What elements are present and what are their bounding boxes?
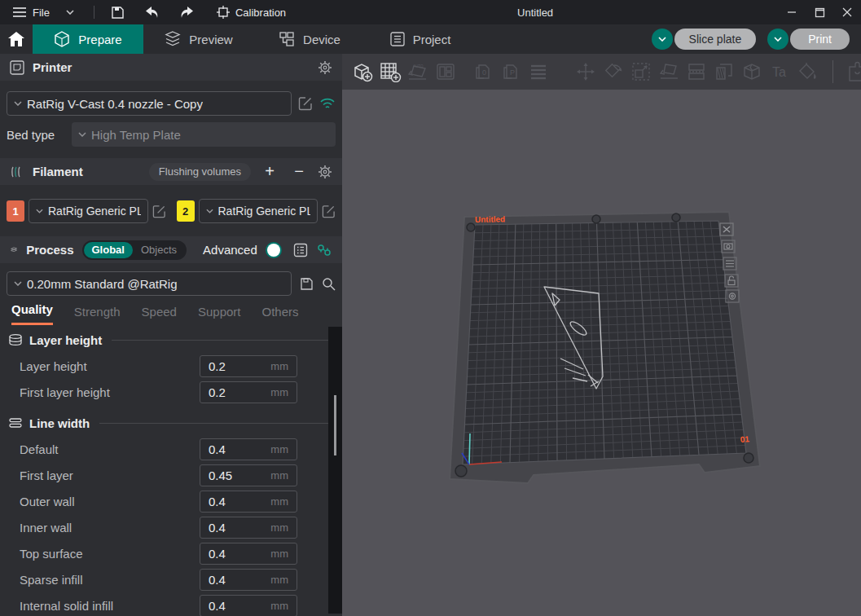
- printer-preset-select[interactable]: RatRig V-Cast 0.4 nozzle - Copy: [7, 91, 292, 116]
- svg-text:0: 0: [482, 68, 486, 77]
- first-layer-height-input[interactable]: 0.2 mm: [200, 381, 297, 403]
- variable-layer-height-button[interactable]: [525, 58, 552, 86]
- line-width-top-surface-input[interactable]: 0.4 mm: [200, 543, 297, 565]
- line-width-first-layer-input[interactable]: 0.45 mm: [200, 464, 297, 486]
- tab-preview[interactable]: Preview: [143, 24, 254, 54]
- tab-prepare[interactable]: Prepare: [33, 24, 143, 54]
- save-icon: [300, 277, 314, 291]
- param-label: Outer wall: [20, 495, 200, 508]
- flushing-volumes-button[interactable]: Flushing volumes: [149, 163, 251, 181]
- param-value: 0.4: [209, 599, 270, 613]
- move-tool-button[interactable]: [572, 58, 600, 86]
- process-preset-select[interactable]: 0.20mm Standard @RatRig: [7, 271, 292, 296]
- process-section-title: Process: [26, 243, 73, 257]
- tab-quality[interactable]: Quality: [11, 302, 53, 325]
- remove-filament-button[interactable]: −: [288, 162, 310, 181]
- maximize-button[interactable]: [806, 0, 833, 24]
- process-scope-toggle[interactable]: Global Objects: [82, 240, 187, 260]
- split-object-button[interactable]: [738, 58, 766, 86]
- home-button[interactable]: [0, 24, 33, 54]
- edit-filament-1-button[interactable]: [152, 205, 166, 218]
- chevron-down-icon: [14, 281, 22, 286]
- param-unit: mm: [270, 469, 288, 482]
- filament-2-select[interactable]: RatRig Generic PLA: [199, 199, 318, 223]
- close-button[interactable]: [833, 0, 861, 24]
- redo-button[interactable]: [174, 0, 199, 24]
- viewport-toolbar: AUTO 0: [342, 54, 861, 90]
- save-button[interactable]: [106, 0, 130, 24]
- text-tool-button[interactable]: Ta: [766, 58, 793, 86]
- slice-plate-button[interactable]: Slice plate: [674, 29, 757, 50]
- line-width-sparse-infill-input[interactable]: 0.4 mm: [200, 569, 297, 591]
- tab-strength[interactable]: Strength: [74, 305, 121, 325]
- scale-tool-button[interactable]: [627, 58, 655, 86]
- filament-1-select[interactable]: RatRig Generic PLA: [29, 199, 148, 223]
- scope-objects[interactable]: Objects: [133, 242, 185, 258]
- tab-support[interactable]: Support: [198, 305, 241, 325]
- tab-prepare-label: Prepare: [78, 33, 121, 46]
- print-options-button[interactable]: [767, 29, 789, 50]
- add-plate-button[interactable]: [376, 58, 404, 86]
- cut-tool-button[interactable]: [683, 58, 710, 86]
- place-on-face-button[interactable]: [655, 58, 683, 86]
- param-row: Top surface 0.4 mm: [0, 540, 342, 566]
- tab-others[interactable]: Others: [262, 305, 299, 325]
- assembly-view-button[interactable]: [845, 58, 861, 86]
- bed-type-select[interactable]: High Temp Plate: [72, 122, 336, 147]
- mesh-boolean-button[interactable]: [710, 58, 738, 86]
- scope-global[interactable]: Global: [84, 242, 133, 258]
- sidebar-scrollbar[interactable]: [328, 327, 342, 614]
- tab-speed[interactable]: Speed: [142, 305, 177, 325]
- param-row: Sparse infill 0.4 mm: [0, 566, 342, 592]
- param-unit: mm: [270, 443, 288, 455]
- layer-height-input[interactable]: 0.2 mm: [200, 355, 297, 377]
- redo-icon: [179, 7, 194, 19]
- printer-settings-button[interactable]: [318, 60, 332, 75]
- tab-device-label: Device: [303, 33, 340, 46]
- minimize-button[interactable]: [778, 0, 806, 24]
- color-paint-button[interactable]: [793, 58, 821, 86]
- printer-section-title: Printer: [33, 60, 72, 74]
- parameter-table-button[interactable]: [293, 243, 308, 257]
- file-menu-expand-button[interactable]: [58, 0, 82, 24]
- calibration-button[interactable]: Calibration: [210, 6, 292, 19]
- filament-settings-button[interactable]: [318, 165, 332, 179]
- paste-button[interactable]: P: [497, 58, 525, 86]
- tab-project[interactable]: Project: [365, 24, 476, 54]
- copy-button[interactable]: 0: [469, 58, 497, 86]
- scrollbar-thumb[interactable]: [334, 395, 336, 455]
- param-row: Outer wall 0.4 mm: [0, 488, 342, 514]
- build-plate[interactable]: Untitled 01: [342, 90, 861, 616]
- undo-button[interactable]: [140, 0, 165, 24]
- edit-filament-2-button[interactable]: [322, 205, 336, 218]
- tab-device[interactable]: Device: [254, 24, 365, 54]
- edit-printer-preset-button[interactable]: [298, 96, 313, 111]
- line-width-outer-wall-input[interactable]: 0.4 mm: [200, 491, 297, 513]
- parameters-panel: Layer height Layer height 0.2 mm First l…: [0, 327, 342, 614]
- close-icon: [842, 7, 852, 17]
- param-value: 0.4: [209, 547, 270, 561]
- param-label: Default: [20, 442, 200, 456]
- build-area-canvas[interactable]: Untitled 01: [342, 90, 861, 616]
- slice-options-button[interactable]: [652, 29, 673, 50]
- svg-text:P: P: [510, 68, 515, 77]
- filament-1-swatch[interactable]: 1: [7, 200, 24, 222]
- advanced-toggle[interactable]: [266, 242, 282, 258]
- file-menu-button[interactable]: File: [8, 0, 55, 24]
- rotate-tool-button[interactable]: [600, 58, 627, 86]
- filament-section-header: Filament Flushing volumes + −: [0, 158, 342, 185]
- line-width-default-input[interactable]: 0.4 mm: [200, 438, 297, 460]
- search-settings-button[interactable]: [322, 277, 336, 291]
- printer-connection-button[interactable]: [319, 97, 336, 110]
- compare-presets-button[interactable]: [316, 243, 332, 257]
- arrange-button[interactable]: [432, 58, 459, 86]
- line-width-internal-solid-input[interactable]: 0.4 mm: [200, 595, 297, 616]
- add-object-button[interactable]: [349, 58, 376, 86]
- titlebar-separator: [94, 6, 94, 19]
- print-button[interactable]: Print: [790, 29, 850, 50]
- auto-orient-button[interactable]: AUTO: [404, 58, 432, 86]
- line-width-inner-wall-input[interactable]: 0.4 mm: [200, 517, 297, 539]
- filament-2-swatch[interactable]: 2: [177, 200, 195, 222]
- add-filament-button[interactable]: +: [259, 162, 280, 181]
- save-preset-button[interactable]: [300, 277, 314, 291]
